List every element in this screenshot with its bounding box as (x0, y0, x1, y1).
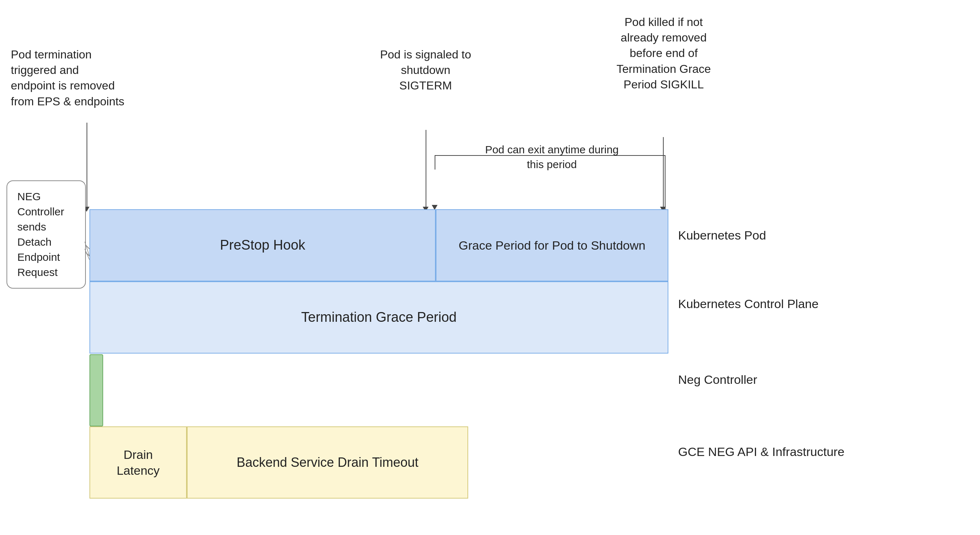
pod-can-exit-bracket-right-vline (665, 155, 665, 211)
pod-signaled-arrow (426, 130, 426, 207)
pod-termination-arrow (87, 123, 87, 207)
neg-controller-box (89, 354, 103, 427)
pod-can-exit-annotation: Pod can exit anytime during this period (483, 142, 620, 172)
pod-killed-arrow (663, 137, 664, 207)
svg-line-0 (86, 245, 89, 249)
neg-bubble-label: NEG Controller sends Detach Endpoint Req… (18, 191, 64, 278)
termination-grace-period-label: Termination Grace Period (301, 309, 457, 326)
termination-grace-period-box: Termination Grace Period (89, 282, 668, 353)
svg-line-1 (86, 253, 89, 256)
neg-controller-label: Neg Controller (678, 372, 757, 388)
grace-period-box: Grace Period for Pod to Shutdown (436, 209, 668, 282)
prestop-hook-box: PreStop Hook (89, 209, 436, 282)
grace-period-label: Grace Period for Pod to Shutdown (459, 237, 646, 253)
neg-bubble: NEG Controller sends Detach Endpoint Req… (6, 180, 86, 288)
backend-service-drain-label: Backend Service Drain Timeout (237, 454, 418, 471)
pod-can-exit-bracket-left-vline (434, 155, 435, 170)
pod-termination-annotation: Pod termination triggered and endpoint i… (11, 47, 126, 109)
kubernetes-pod-label: Kubernetes Pod (678, 227, 766, 244)
pod-killed-annotation: Pod killed if not already removed before… (606, 14, 721, 92)
kubernetes-control-plane-label: Kubernetes Control Plane (678, 296, 818, 312)
diagram-container: Pod termination triggered and endpoint i… (0, 0, 980, 535)
backend-service-drain-box: Backend Service Drain Timeout (187, 427, 468, 498)
drain-latency-box: Drain Latency (89, 427, 187, 498)
drain-latency-label: Drain Latency (116, 447, 159, 478)
pod-signaled-annotation: Pod is signaled to shutdown SIGTERM (379, 47, 473, 94)
prestop-hook-label: PreStop Hook (220, 236, 305, 254)
gce-neg-label: GCE NEG API & Infrastructure (678, 444, 845, 460)
